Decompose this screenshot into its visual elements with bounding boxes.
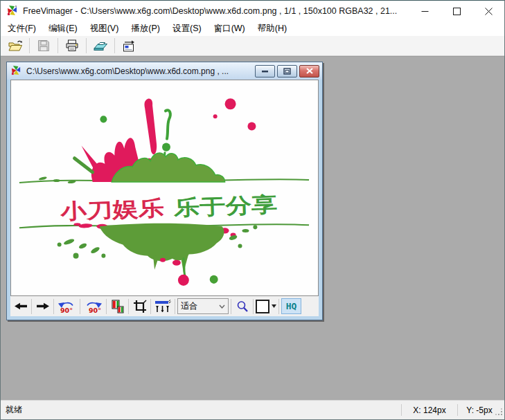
prev-image-button[interactable] xyxy=(12,298,29,315)
title-bar[interactable]: FreeVimager - C:\Users\www.x6g.com\Deskt… xyxy=(1,1,504,21)
toolbar-separator xyxy=(29,38,30,53)
next-image-button[interactable] xyxy=(34,298,51,315)
minimize-icon xyxy=(421,8,429,15)
child-close-button[interactable] xyxy=(299,65,319,77)
toolbar-separator xyxy=(231,299,231,314)
color-swap-icon xyxy=(111,300,125,313)
zoom-tool-button[interactable] xyxy=(233,298,251,315)
logo-text-green: 乐于分享 xyxy=(172,192,278,219)
levels-icon xyxy=(154,300,171,313)
cursor-y-readout: Y: -5px xyxy=(458,401,501,419)
rotate-ccw-label: 90° xyxy=(60,306,73,313)
close-icon xyxy=(306,68,313,74)
rotate-cw-button[interactable]: 90° xyxy=(82,298,104,315)
freevimager-pinwheel-icon xyxy=(11,65,21,77)
hq-toggle-button[interactable]: HQ xyxy=(281,298,301,314)
toolbar-separator xyxy=(278,299,279,314)
minimize-icon xyxy=(261,68,269,74)
toolbar-separator xyxy=(150,299,151,314)
window-controls xyxy=(409,1,504,21)
levels-button[interactable] xyxy=(153,298,172,315)
logo-text-red: 小刀娱乐 xyxy=(60,196,165,223)
save-button[interactable] xyxy=(33,37,55,55)
image-child-window: C:\Users\www.x6g.com\Desktop\www.x6d.com… xyxy=(6,62,323,320)
child-title-bar[interactable]: C:\Users\www.x6g.com\Desktop\www.x6d.com… xyxy=(7,62,322,80)
rotate-ccw-icon: 90° xyxy=(57,300,76,313)
main-toolbar xyxy=(1,36,504,56)
cursor-x-readout: X: 124px xyxy=(402,401,457,419)
menu-item-play[interactable]: 播放(P) xyxy=(125,21,166,37)
menu-item-edit[interactable]: 编辑(E) xyxy=(42,21,84,37)
rotate-cw-label: 90° xyxy=(89,306,101,313)
app-window: FreeVimager - C:\Users\www.x6g.com\Deskt… xyxy=(0,0,505,420)
crop-button[interactable] xyxy=(131,298,148,315)
toolbar-separator xyxy=(106,299,107,314)
child-restore-button[interactable] xyxy=(277,65,297,77)
close-icon xyxy=(485,8,493,15)
status-ready-text: 就绪 xyxy=(1,404,22,416)
prev-image-icon xyxy=(14,302,28,311)
rotate-ccw-button[interactable]: 90° xyxy=(56,298,78,315)
menu-item-file[interactable]: 文件(F) xyxy=(1,21,42,37)
minimize-button[interactable] xyxy=(409,1,441,21)
zoom-tool-icon xyxy=(236,300,249,313)
print-button[interactable] xyxy=(61,37,83,55)
toolbar-separator xyxy=(128,299,129,314)
toolbar-separator xyxy=(53,299,54,314)
crop-icon xyxy=(133,300,147,313)
child-window-title: C:\Users\www.x6g.com\Desktop\www.x6d.com… xyxy=(26,66,253,76)
open-button[interactable] xyxy=(4,37,26,55)
menu-item-settings[interactable]: 设置(S) xyxy=(166,21,208,37)
window-title: FreeVimager - C:\Users\www.x6g.com\Deskt… xyxy=(23,6,409,16)
next-image-icon xyxy=(36,302,50,311)
menu-item-window[interactable]: 窗口(W) xyxy=(208,21,251,37)
toolbar-separator xyxy=(86,38,87,53)
freevimager-pinwheel-icon xyxy=(7,5,18,18)
zoom-mode-value: 适合 xyxy=(181,300,197,312)
logo-image: 小刀娱乐 乐于分享 xyxy=(11,80,318,295)
background-color-button[interactable] xyxy=(256,300,276,313)
scan-button[interactable] xyxy=(89,37,112,55)
menu-bar: 文件(F) 编辑(E) 视图(V) 播放(P) 设置(S) 窗口(W) 帮助(H… xyxy=(1,21,504,36)
background-color-swatch xyxy=(256,300,269,313)
print-icon xyxy=(65,39,79,52)
save-floppy-icon xyxy=(37,39,50,52)
menu-item-help[interactable]: 帮助(H) xyxy=(251,21,293,37)
toolbar-separator xyxy=(114,38,115,53)
menu-item-view[interactable]: 视图(V) xyxy=(84,21,125,37)
color-adjust-button[interactable] xyxy=(109,298,126,315)
email-icon xyxy=(122,40,136,52)
email-button[interactable] xyxy=(118,37,140,55)
status-bar: 就绪 X: 124px Y: -5px xyxy=(1,400,504,419)
maximize-icon xyxy=(453,8,461,15)
scan-icon xyxy=(94,40,108,51)
restore-icon xyxy=(283,68,291,75)
child-minimize-button[interactable] xyxy=(255,65,275,77)
toolbar-separator xyxy=(175,299,175,314)
chevron-down-icon xyxy=(272,304,276,308)
rotate-cw-icon: 90° xyxy=(84,300,103,313)
viewer-toolbar: 90° 90° xyxy=(10,296,319,316)
open-folder-icon xyxy=(8,40,23,52)
maximize-button[interactable] xyxy=(441,1,472,21)
close-button[interactable] xyxy=(472,1,504,21)
toolbar-separator xyxy=(253,299,254,314)
toolbar-separator xyxy=(80,299,80,314)
image-view[interactable]: 小刀娱乐 乐于分享 xyxy=(10,80,319,296)
toolbar-separator xyxy=(31,299,32,314)
chevron-down-icon xyxy=(219,304,225,309)
mdi-client-area: C:\Users\www.x6g.com\Desktop\www.x6d.com… xyxy=(1,56,504,400)
resize-grip[interactable] xyxy=(495,408,503,418)
toolbar-separator xyxy=(57,38,58,53)
zoom-mode-select[interactable]: 适合 xyxy=(177,298,229,314)
